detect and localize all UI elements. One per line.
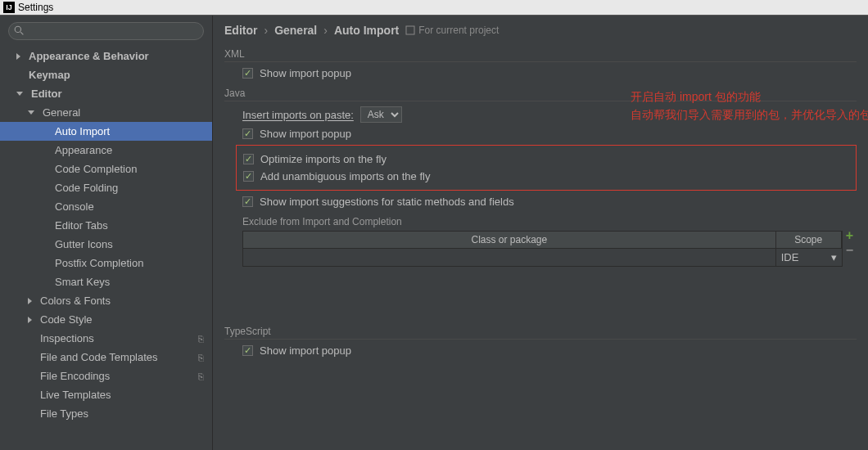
sidebar-item-label: Code Completion xyxy=(55,163,137,175)
sidebar-item-code-style[interactable]: Code Style xyxy=(0,310,212,329)
sidebar-item-console[interactable]: Console xyxy=(0,197,212,216)
window-title: Settings xyxy=(18,2,53,13)
settings-tree: Appearance & BehaviorKeymapEditorGeneral… xyxy=(0,47,212,450)
sidebar-item-label: Editor xyxy=(31,88,62,100)
sidebar-item-label: File and Code Templates xyxy=(40,351,158,363)
expand-arrow-icon[interactable] xyxy=(28,298,32,304)
sidebar-item-editor-tabs[interactable]: Editor Tabs xyxy=(0,216,212,235)
main-panel: Editor › General › Auto Import For curre… xyxy=(213,16,868,450)
search-input[interactable] xyxy=(8,22,204,40)
insert-imports-select[interactable]: Ask xyxy=(360,106,402,123)
annotation-text: 开启自动 import 包的功能 自动帮我们导入需要用到的包，并优化导入的包，比… xyxy=(631,88,868,124)
col-class: Class or package xyxy=(243,232,776,248)
sidebar-item-label: General xyxy=(43,106,80,119)
sidebar-item-gutter-icons[interactable]: Gutter Icons xyxy=(0,235,212,254)
sidebar-item-label: Colors & Fonts xyxy=(40,295,111,307)
expand-arrow-icon[interactable] xyxy=(28,110,34,115)
sidebar-item-appearance-behavior[interactable]: Appearance & Behavior xyxy=(0,47,212,65)
breadcrumb: Editor › General › Auto Import For curre… xyxy=(224,24,857,37)
expand-arrow-icon[interactable] xyxy=(16,92,23,96)
sidebar-item-label: Auto Import xyxy=(55,125,110,137)
add-exclusion-button[interactable]: + xyxy=(846,229,853,242)
sidebar-item-postfix-completion[interactable]: Postfix Completion xyxy=(0,254,212,272)
sidebar-item-general[interactable]: General xyxy=(0,103,212,122)
col-scope: Scope xyxy=(776,232,842,248)
sidebar-item-smart-keys[interactable]: Smart Keys xyxy=(0,272,212,291)
sidebar-item-label: Live Templates xyxy=(40,389,111,401)
project-level-icon: ⎘ xyxy=(198,371,204,381)
sidebar-item-file-and-code-templates[interactable]: File and Code Templates⎘ xyxy=(0,348,212,367)
xml-show-popup-checkbox[interactable]: ✓ xyxy=(242,68,253,79)
sidebar-item-label: Postfix Completion xyxy=(55,257,143,269)
sidebar-item-label: File Encodings xyxy=(40,370,110,382)
sidebar-item-label: File Types xyxy=(40,407,88,420)
project-level-icon: ⎘ xyxy=(198,353,204,362)
scope-label: For current project xyxy=(405,25,499,36)
section-xml: XML xyxy=(224,48,857,62)
sidebar-item-label: Inspections xyxy=(40,332,94,344)
titlebar: IJ Settings xyxy=(0,0,868,16)
sidebar: Appearance & BehaviorKeymapEditorGeneral… xyxy=(0,16,213,450)
project-level-icon: ⎘ xyxy=(198,334,204,344)
sidebar-item-label: Code Style xyxy=(40,313,93,326)
sidebar-item-editor[interactable]: Editor xyxy=(0,84,212,103)
ts-show-popup-checkbox[interactable]: ✓ xyxy=(242,345,253,356)
exclude-table-row[interactable]: IDE▾ xyxy=(242,249,843,267)
optimize-imports-label: Optimize imports on the fly xyxy=(260,153,387,165)
exclude-section-label: Exclude from Import and Completion xyxy=(242,216,857,227)
sidebar-item-keymap[interactable]: Keymap xyxy=(0,65,212,84)
remove-exclusion-button[interactable]: − xyxy=(846,244,853,257)
sidebar-item-label: Console xyxy=(55,200,94,213)
sidebar-item-label: Appearance & Behavior xyxy=(29,50,149,62)
unambiguous-imports-checkbox[interactable]: ✓ xyxy=(243,171,254,182)
search-icon xyxy=(14,25,25,36)
chevron-down-icon[interactable]: ▾ xyxy=(831,251,837,263)
sidebar-item-file-encodings[interactable]: File Encodings⎘ xyxy=(0,367,212,385)
annotation-highlight-box: ✓ Optimize imports on the fly ✓ Add unam… xyxy=(236,145,857,191)
svg-rect-2 xyxy=(406,26,414,34)
sidebar-item-colors-fonts[interactable]: Colors & Fonts xyxy=(0,291,212,310)
sidebar-item-file-types[interactable]: File Types xyxy=(0,404,212,423)
optimize-imports-checkbox[interactable]: ✓ xyxy=(243,154,254,164)
section-typescript: TypeScript xyxy=(224,326,857,340)
crumb-auto-import: Auto Import xyxy=(334,24,399,37)
app-logo-icon: IJ xyxy=(3,2,15,13)
sidebar-item-live-templates[interactable]: Live Templates xyxy=(0,385,212,404)
sidebar-item-label: Code Folding xyxy=(55,182,118,194)
static-suggestions-label: Show import suggestions for static metho… xyxy=(260,196,514,208)
sidebar-item-appearance[interactable]: Appearance xyxy=(0,141,212,160)
sidebar-item-label: Editor Tabs xyxy=(55,219,108,232)
unambiguous-imports-label: Add unambiguous imports on the fly xyxy=(260,170,430,182)
insert-imports-label: Insert imports on paste: xyxy=(242,109,354,121)
static-suggestions-checkbox[interactable]: ✓ xyxy=(242,196,253,207)
expand-arrow-icon[interactable] xyxy=(16,53,20,60)
sidebar-item-auto-import[interactable]: Auto Import xyxy=(0,122,212,141)
svg-point-0 xyxy=(15,26,20,32)
crumb-general[interactable]: General xyxy=(274,24,317,37)
project-scope-icon xyxy=(405,25,415,35)
sidebar-item-inspections[interactable]: Inspections⎘ xyxy=(0,329,212,348)
sidebar-item-label: Smart Keys xyxy=(55,276,110,288)
sidebar-item-code-completion[interactable]: Code Completion xyxy=(0,160,212,178)
java-show-popup-label: Show import popup xyxy=(260,128,351,140)
exclude-table-header: Class or package Scope xyxy=(242,231,843,249)
crumb-editor[interactable]: Editor xyxy=(224,24,257,37)
expand-arrow-icon[interactable] xyxy=(28,317,32,323)
ts-show-popup-label: Show import popup xyxy=(260,344,351,357)
xml-show-popup-label: Show import popup xyxy=(260,67,351,79)
sidebar-item-label: Appearance xyxy=(55,144,112,156)
java-show-popup-checkbox[interactable]: ✓ xyxy=(242,128,253,139)
sidebar-item-code-folding[interactable]: Code Folding xyxy=(0,178,212,197)
sidebar-item-label: Keymap xyxy=(29,69,70,81)
sidebar-item-label: Gutter Icons xyxy=(55,238,113,250)
svg-line-1 xyxy=(20,32,23,34)
